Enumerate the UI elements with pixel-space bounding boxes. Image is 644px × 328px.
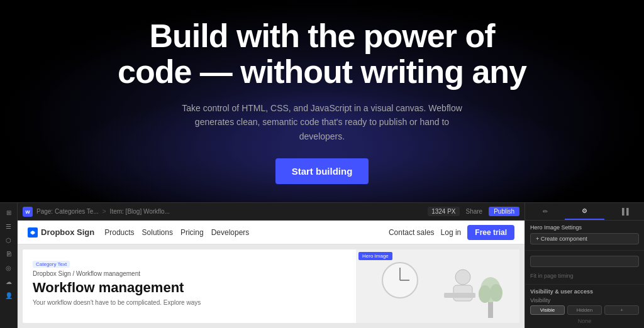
right-panel-tabs: ✏ ⚙ ▐▐ — [525, 203, 644, 221]
nav-solutions[interactable]: Solutions — [142, 228, 173, 237]
nav-right: Contact sales Log in Free trial — [389, 225, 514, 240]
hero-image-badge: Hero Image — [358, 252, 392, 260]
hero-image-settings-section: Hero Image Settings + Create component — [525, 221, 644, 251]
svg-point-9 — [490, 284, 502, 302]
editor-left-sidebar: ⊞ ☰ ⬡ 🖹 ◎ ☁ 👤 — [0, 203, 18, 328]
dropbox-sign-text: Dropbox Sign — [41, 227, 94, 237]
canvas-right: Hero Image — [356, 249, 519, 323]
fit-in-page-section: Fit in page timing — [525, 251, 644, 285]
visibility-section-label: Visibility & user access — [530, 288, 593, 295]
canvas-area: Category Text Dropbox Sign / Workflow ma… — [18, 244, 525, 328]
visible-button[interactable]: Visible — [530, 305, 565, 315]
hero-image-settings-label: Hero Image Settings — [530, 224, 582, 231]
fit-in-page-label: Fit in page timing — [530, 273, 574, 279]
nav-pricing[interactable]: Pricing — [180, 228, 204, 237]
canvas-breadcrumb: Dropbox Sign / Workflow management — [33, 270, 346, 277]
sidebar-icon-4[interactable]: 🖹 — [3, 248, 14, 260]
canvas-title: Workflow management — [33, 280, 346, 296]
canvas-content: Category Text Dropbox Sign / Workflow ma… — [23, 249, 519, 323]
sidebar-icon-3[interactable]: ⬡ — [3, 234, 14, 246]
fit-in-page-input[interactable] — [530, 256, 639, 267]
canvas-desc: Your workflow doesn't have to be complic… — [33, 298, 346, 307]
add-visibility-button[interactable]: + — [604, 305, 639, 315]
hero-section: Build with the power of code — without w… — [0, 0, 644, 202]
hero-subtitle: Take control of HTML, CSS, and JavaScrip… — [177, 101, 467, 143]
editor-main: w Page: Categories Te... > Item: [Blog] … — [18, 203, 525, 328]
visibility-header: Visibility & user access — [530, 288, 639, 295]
webflow-site-nav: Dropbox Sign Products Solutions Pricing … — [18, 221, 525, 244]
toolbar-share-button[interactable]: Share — [464, 207, 486, 216]
toolbar-px-display: 1324 PX — [428, 207, 459, 216]
sidebar-icon-5[interactable]: ◎ — [3, 262, 14, 273]
canvas-left: Category Text Dropbox Sign / Workflow ma… — [23, 249, 356, 323]
webflow-logo: w — [23, 207, 33, 217]
editor-toolbar: w Page: Categories Te... > Item: [Blog] … — [18, 203, 525, 221]
nav-developers[interactable]: Developers — [211, 228, 250, 237]
breadcrumb-1: Dropbox Sign — [33, 270, 71, 277]
sidebar-icon-2[interactable]: ☰ — [3, 221, 14, 232]
visibility-sublabel: Visibility — [530, 297, 639, 303]
none-label: None — [530, 317, 639, 325]
toolbar-publish-button[interactable]: Publish — [489, 207, 519, 216]
create-component-button[interactable]: + Create component — [530, 233, 639, 244]
hero-image-settings-header: Hero Image Settings — [530, 224, 639, 231]
toolbar-separator-1: > — [103, 208, 106, 215]
toolbar-item-label: Item: [Blog] Workflo... — [110, 208, 170, 215]
hidden-button[interactable]: Hidden — [567, 305, 602, 315]
rp-tab-preview[interactable]: ▐▐ — [604, 203, 644, 220]
hero-title: Build with the power of code — without w… — [118, 18, 526, 90]
nav-free-trial-button[interactable]: Free trial — [467, 225, 514, 240]
rp-tab-settings[interactable]: ⚙ — [565, 203, 604, 220]
nav-login-button[interactable]: Log in — [441, 228, 462, 237]
sidebar-icon-1[interactable]: ⊞ — [3, 207, 14, 218]
editor-right-panel: ✏ ⚙ ▐▐ Hero Image Settings + Create comp… — [525, 203, 644, 328]
svg-point-8 — [479, 285, 491, 303]
toolbar-page-label: Page: Categories Te... — [36, 208, 99, 215]
rp-tab-edit[interactable]: ✏ — [525, 203, 565, 220]
visibility-section: Visibility & user access Visibility Visi… — [525, 285, 644, 328]
sidebar-icon-7[interactable]: 👤 — [3, 290, 14, 301]
start-building-button[interactable]: Start building — [275, 158, 369, 184]
breadcrumb-2: Workflow management — [76, 270, 140, 277]
sidebar-icon-6[interactable]: ☁ — [3, 276, 14, 287]
nav-contact-sales[interactable]: Contact sales — [389, 228, 435, 237]
category-badge: Category Text — [33, 261, 70, 268]
dropbox-icon — [28, 227, 38, 238]
editor-section: ⊞ ☰ ⬡ 🖹 ◎ ☁ 👤 w Page: Categories Te... >… — [0, 202, 644, 328]
svg-point-3 — [455, 270, 470, 285]
svg-rect-5 — [444, 293, 475, 298]
canvas-illustration — [356, 249, 519, 323]
dropbox-sign-logo: Dropbox Sign — [28, 227, 94, 238]
nav-products[interactable]: Products — [104, 228, 134, 237]
visibility-row: Visible Hidden + — [530, 305, 639, 315]
nav-links: Products Solutions Pricing Developers — [104, 228, 379, 237]
